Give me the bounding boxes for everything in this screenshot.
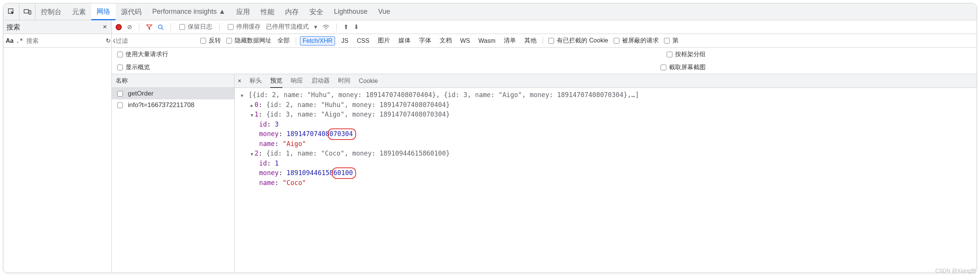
tab-performance-insights[interactable]: Performance insights ▲	[147, 3, 231, 20]
regex-toggle[interactable]: .*	[16, 37, 23, 44]
request-row[interactable]: getOrder	[112, 88, 234, 99]
filter-input[interactable]	[115, 37, 195, 45]
disable-cache-checkbox[interactable]: 停用缓存	[226, 23, 261, 31]
tab-memory[interactable]: 内存	[280, 3, 304, 20]
type-manifest[interactable]: 清单	[501, 36, 518, 45]
large-request-rows-checkbox[interactable]: 使用大量请求行	[116, 50, 168, 58]
filter-icon[interactable]	[146, 24, 152, 30]
svg-point-5	[326, 28, 327, 29]
type-fetch-xhr[interactable]: Fetch/XHR	[300, 36, 335, 45]
expand-toggle[interactable]	[249, 110, 255, 120]
preview-pane[interactable]: [{id: 2, name: "Huhu", money: 1891470740…	[235, 88, 977, 273]
tab-network[interactable]: 网络	[91, 3, 116, 20]
refresh-icon[interactable]: ↻	[106, 37, 111, 44]
request-row-name: getOrder	[128, 90, 153, 97]
request-row-checkbox[interactable]	[117, 102, 123, 108]
tab-elements[interactable]: 元素	[67, 3, 91, 20]
tab-performance[interactable]: 性能	[255, 3, 280, 20]
request-row-checkbox[interactable]	[117, 91, 123, 97]
request-list-header: 名称	[112, 74, 234, 88]
svg-line-4	[162, 28, 163, 30]
type-wasm[interactable]: Wasm	[476, 37, 498, 45]
tab-security[interactable]: 安全	[304, 3, 329, 20]
search-panel-title: 搜索	[6, 23, 101, 32]
tab-sources[interactable]: 源代码	[116, 3, 147, 20]
svg-rect-1	[24, 10, 29, 13]
filter-row: 反转 隐藏数据网址 全部 Fetch/XHR JS CSS 图片 媒体 字体 文…	[112, 34, 977, 48]
type-css[interactable]: CSS	[355, 37, 372, 45]
blocked-requests-checkbox[interactable]: 被屏蔽的请求	[612, 37, 659, 45]
download-icon[interactable]: ⬇	[354, 23, 359, 31]
search-icon[interactable]	[158, 24, 164, 30]
match-case-toggle[interactable]: Aa	[6, 37, 13, 44]
tab-lighthouse[interactable]: Lighthouse	[329, 3, 373, 20]
wifi-icon[interactable]	[322, 24, 329, 30]
svg-point-3	[158, 25, 162, 29]
detail-tab-preview[interactable]: 预览	[270, 77, 282, 88]
array-summary: [{id: 2, name: "Huhu", money: 1891470740…	[248, 91, 639, 99]
tab-application[interactable]: 应用	[231, 3, 255, 20]
type-js[interactable]: JS	[339, 37, 351, 45]
upload-icon[interactable]: ⬆	[343, 23, 348, 31]
inspect-icon[interactable]	[3, 3, 19, 20]
detail-tab-cookies[interactable]: Cookie	[359, 78, 378, 84]
request-row-name: info?t=1667372211708	[128, 101, 194, 109]
preserve-log-checkbox[interactable]: 保留日志	[178, 23, 212, 31]
request-details: × 标头 预览 响应 启动器 时间 Cookie [{id: 2, name: …	[235, 74, 977, 273]
tab-vue[interactable]: Vue	[373, 3, 395, 20]
detail-tab-response[interactable]: 响应	[291, 77, 303, 85]
search-input[interactable]	[26, 37, 103, 45]
tab-console[interactable]: 控制台	[35, 3, 67, 20]
detail-tab-timing[interactable]: 时间	[338, 77, 350, 85]
throttling-select[interactable]: 已停用节流模式	[266, 23, 309, 31]
type-other[interactable]: 其他	[522, 36, 539, 45]
network-toolbar: ⊘ 保留日志 停用缓存 已停用节流模式 ▾ ⬆ ⬇	[112, 20, 977, 34]
type-doc[interactable]: 文档	[437, 36, 454, 45]
svg-rect-2	[29, 11, 31, 14]
hide-data-urls-checkbox[interactable]: 隐藏数据网址	[225, 37, 271, 45]
type-font[interactable]: 字体	[417, 36, 434, 45]
device-toggle-icon[interactable]	[19, 3, 35, 20]
expand-toggle[interactable]	[239, 90, 245, 100]
type-ws[interactable]: WS	[458, 37, 472, 45]
close-details-icon[interactable]: ×	[238, 78, 241, 84]
capture-screenshots-checkbox[interactable]: 截取屏幕截图	[659, 63, 706, 71]
detail-tab-headers[interactable]: 标头	[250, 77, 262, 85]
type-all[interactable]: 全部	[275, 36, 292, 45]
type-media[interactable]: 媒体	[396, 36, 413, 45]
watermark: CSDN @Xiang想	[935, 268, 976, 274]
clear-log-icon[interactable]: ⊘	[127, 23, 132, 31]
request-row[interactable]: info?t=1667372211708	[112, 99, 234, 111]
third-party-checkbox[interactable]: 第	[662, 37, 679, 45]
detail-tab-initiator[interactable]: 启动器	[311, 77, 330, 85]
type-img[interactable]: 图片	[376, 36, 392, 45]
blocked-cookies-checkbox[interactable]: 有已拦截的 Cookie	[547, 37, 608, 45]
search-panel: 搜索 × Aa .* ↻ ⊘	[3, 20, 112, 273]
highlighted-digits: 070304	[329, 129, 353, 139]
group-by-frame-checkbox[interactable]: 按框架分组	[665, 50, 706, 58]
record-button[interactable]	[116, 24, 122, 30]
expand-toggle[interactable]	[249, 100, 255, 110]
show-overview-checkbox[interactable]: 显示概览	[116, 63, 150, 71]
request-list: 名称 getOrder info?t=1667372211708	[112, 74, 235, 273]
chevron-down-icon[interactable]: ▾	[314, 23, 317, 31]
highlighted-digits: 60100	[334, 168, 353, 178]
expand-toggle[interactable]	[249, 149, 255, 159]
close-icon[interactable]: ×	[101, 23, 108, 31]
panel-tabs: 控制台 元素 网络 源代码 Performance insights ▲ 应用 …	[3, 3, 977, 20]
invert-checkbox[interactable]: 反转	[199, 37, 221, 45]
